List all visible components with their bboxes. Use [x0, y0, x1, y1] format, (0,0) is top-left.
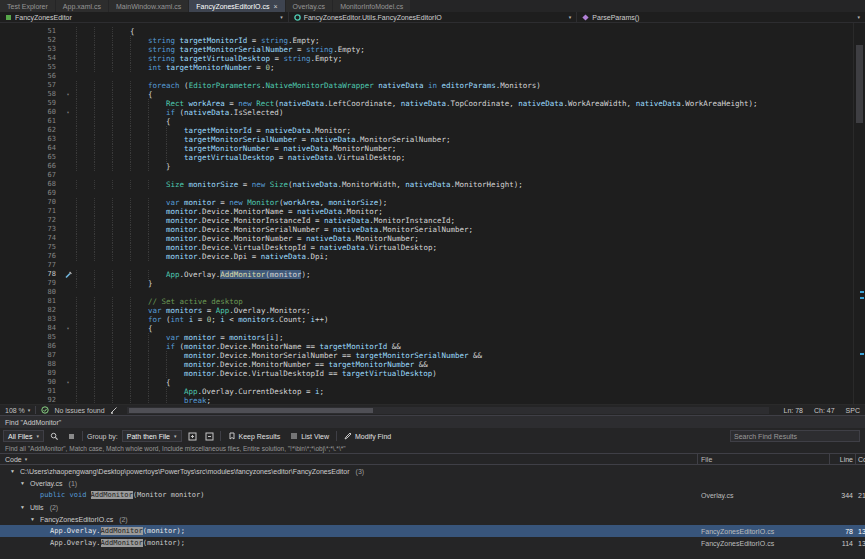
code-line[interactable]: 57foreach (EditorParameters.NativeMonito… [0, 81, 853, 90]
code-line[interactable]: 59Rect workArea = new Rect(nativeData.Le… [0, 99, 853, 108]
line-number[interactable]: 86 [0, 342, 60, 351]
fold-chevron-icon[interactable]: ▾ [60, 324, 76, 333]
line-number[interactable]: 81 [0, 297, 60, 306]
code-line[interactable]: 61{ [0, 117, 853, 126]
code-lines[interactable]: 51{52string targetMonitorId = string.Emp… [0, 23, 853, 404]
line-number[interactable]: 72 [0, 216, 60, 225]
line-number[interactable]: 69 [0, 189, 60, 198]
expander-icon[interactable]: ▼ [28, 516, 37, 522]
code-line[interactable]: 78App.Overlay.AddMonitor(monitor); [0, 270, 853, 279]
line-number[interactable]: 51 [0, 27, 60, 36]
member-dropdown[interactable]: ParseParams() ▾ [577, 12, 865, 22]
line-number[interactable]: 66 [0, 162, 60, 171]
code-editor[interactable]: 51{52string targetMonitorId = string.Emp… [0, 23, 865, 404]
line-number[interactable]: 64 [0, 144, 60, 153]
code-line[interactable]: 64targetMonitorNumber = nativeData.Monit… [0, 144, 853, 153]
list-view-toggle[interactable]: List View [287, 430, 332, 442]
code-line[interactable]: 69 [0, 189, 853, 198]
line-number[interactable]: 54 [0, 54, 60, 63]
result-match-row[interactable]: App.Overlay.AddMonitor(monitor);FancyZon… [0, 537, 865, 549]
code-line[interactable]: 58▾{ [0, 90, 853, 99]
fold-chevron-icon[interactable]: ▾ [60, 378, 76, 387]
column-header-col[interactable]: Col [855, 454, 865, 464]
quick-actions-icon[interactable] [60, 270, 76, 279]
collapse-all-icon[interactable] [203, 430, 216, 442]
line-number[interactable]: 79 [0, 279, 60, 288]
code-line[interactable]: 62targetMonitorId = nativeData.Monitor; [0, 126, 853, 135]
line-number[interactable]: 59 [0, 99, 60, 108]
column-header-line[interactable]: Line [829, 454, 855, 464]
code-line[interactable]: 52string targetMonitorId = string.Empty; [0, 36, 853, 45]
line-number[interactable]: 88 [0, 360, 60, 369]
code-cleanup-icon[interactable] [110, 406, 118, 414]
code-line[interactable]: 60▾if (nativeData.IsSelected) [0, 108, 853, 117]
fold-chevron-icon[interactable]: ▾ [60, 90, 76, 99]
result-match-row[interactable]: public void AddMonitor(Monitor monitor)O… [0, 489, 865, 501]
expander-icon[interactable]: ▼ [18, 504, 27, 510]
fold-chevron-icon[interactable]: ▾ [60, 108, 76, 117]
code-line[interactable]: 67 [0, 171, 853, 180]
space-mode-indicator[interactable]: SPC [846, 407, 860, 414]
line-number[interactable]: 84 [0, 324, 60, 333]
line-number[interactable]: 52 [0, 36, 60, 45]
line-number[interactable]: 90 [0, 378, 60, 387]
result-group-row[interactable]: ▼Utils(2) [0, 501, 865, 513]
code-line[interactable]: 85var monitor = monitors[i]; [0, 333, 853, 342]
result-group-row[interactable]: ▼Overlay.cs(1) [0, 477, 865, 489]
stop-search-icon[interactable] [65, 430, 78, 442]
line-number[interactable]: 68 [0, 180, 60, 189]
line-number[interactable]: 83 [0, 315, 60, 324]
modify-find-button[interactable]: Modify Find [341, 430, 394, 442]
code-line[interactable]: 55int targetMonitorNumber = 0; [0, 63, 853, 72]
code-line[interactable]: 81// Set active desktop [0, 297, 853, 306]
code-line[interactable]: 65targetVirtualDesktop = nativeData.Virt… [0, 153, 853, 162]
code-line[interactable]: 91App.Overlay.CurrentDesktop = i; [0, 387, 853, 396]
line-number[interactable]: 61 [0, 117, 60, 126]
tab-mainwindow-xaml-cs[interactable]: MainWindow.xaml.cs [109, 0, 188, 12]
code-line[interactable]: 87monitor.Device.MonitorSerialNumber == … [0, 351, 853, 360]
repeat-find-icon[interactable] [48, 430, 61, 442]
issues-status[interactable]: No issues found [54, 407, 104, 414]
search-find-results-input[interactable] [730, 430, 860, 442]
expander-icon[interactable]: ▼ [8, 468, 17, 474]
code-line[interactable]: 54string targetVirtualDesktop = string.E… [0, 54, 853, 63]
zoom-dropdown[interactable]: 108 % ▾ [5, 407, 30, 414]
tab-app-xaml-cs[interactable]: App.xaml.cs [56, 0, 108, 12]
project-dropdown[interactable]: FancyZonesEditor ▾ [0, 12, 289, 22]
close-icon[interactable]: × [273, 3, 277, 10]
code-line[interactable]: 89monitor.Device.VirtualDesktopId == tar… [0, 369, 853, 378]
line-number[interactable]: 76 [0, 252, 60, 261]
line-number[interactable]: 89 [0, 369, 60, 378]
line-number[interactable]: 85 [0, 333, 60, 342]
code-line[interactable]: 73monitor.Device.MonitorSerialNumber = n… [0, 225, 853, 234]
code-line[interactable]: 53string targetMonitorSerialNumber = str… [0, 45, 853, 54]
expander-icon[interactable]: ▼ [18, 480, 27, 486]
group-by-dropdown[interactable]: Path then File ▾ [122, 430, 182, 442]
line-number[interactable]: 58 [0, 90, 60, 99]
code-line[interactable]: 92break; [0, 396, 853, 404]
tab-fancyzoneseditorio-cs[interactable]: FancyZonesEditorIO.cs× [189, 0, 284, 12]
result-group-row[interactable]: ▼C:\Users\zhaopengwang\Desktop\powertoys… [0, 465, 865, 477]
line-number[interactable]: 55 [0, 63, 60, 72]
code-line[interactable]: 86if (monitor.Device.MonitorName == targ… [0, 342, 853, 351]
line-number[interactable]: 78 [0, 270, 60, 279]
code-line[interactable]: 83for (int i = 0; i < monitors.Count; i+… [0, 315, 853, 324]
expand-all-icon[interactable] [186, 430, 199, 442]
health-check-icon[interactable] [41, 406, 49, 414]
tab-test-explorer[interactable]: Test Explorer [0, 0, 55, 12]
code-line[interactable]: 74monitor.Device.MonitorNumber = nativeD… [0, 234, 853, 243]
line-number[interactable]: 53 [0, 45, 60, 54]
keep-results-toggle[interactable]: Keep Results [225, 430, 284, 442]
scope-dropdown[interactable]: All Files ▾ [3, 430, 44, 442]
line-number[interactable]: 82 [0, 306, 60, 315]
code-line[interactable]: 66} [0, 162, 853, 171]
code-line[interactable]: 71monitor.Device.MonitorName = nativeDat… [0, 207, 853, 216]
line-number[interactable]: 62 [0, 126, 60, 135]
code-line[interactable]: 56 [0, 72, 853, 81]
code-line[interactable]: 77 [0, 261, 853, 270]
line-number[interactable]: 87 [0, 351, 60, 360]
line-number[interactable]: 70 [0, 198, 60, 207]
code-line[interactable]: 80 [0, 288, 853, 297]
code-line[interactable]: 88monitor.Device.MonitorNumber == target… [0, 360, 853, 369]
line-number[interactable]: 75 [0, 243, 60, 252]
